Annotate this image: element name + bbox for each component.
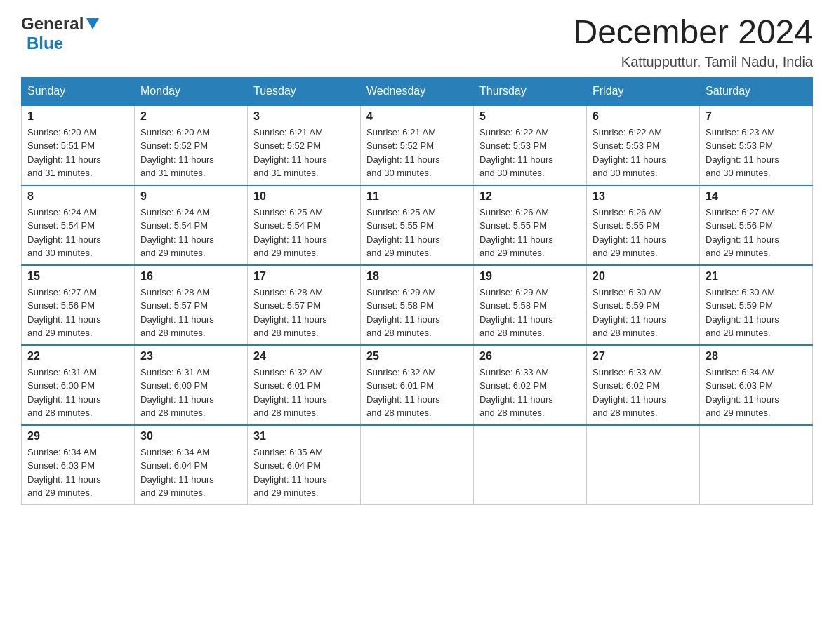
title-section: December 2024 Kattupputtur, Tamil Nadu, … — [573, 14, 813, 70]
day-info: Sunrise: 6:31 AMSunset: 6:00 PMDaylight:… — [27, 365, 128, 420]
day-info: Sunrise: 6:34 AMSunset: 6:04 PMDaylight:… — [140, 445, 241, 500]
col-monday: Monday — [135, 77, 248, 105]
day-number: 12 — [479, 190, 581, 203]
day-number: 16 — [140, 270, 241, 283]
table-row: 20 Sunrise: 6:30 AMSunset: 5:59 PMDaylig… — [587, 265, 700, 345]
table-row: 19 Sunrise: 6:29 AMSunset: 5:58 PMDaylig… — [474, 265, 587, 345]
table-row — [587, 425, 700, 505]
table-row: 28 Sunrise: 6:34 AMSunset: 6:03 PMDaylig… — [700, 345, 813, 425]
table-row — [361, 425, 474, 505]
table-row: 22 Sunrise: 6:31 AMSunset: 6:00 PMDaylig… — [22, 345, 135, 425]
day-number: 31 — [253, 430, 355, 443]
day-info: Sunrise: 6:25 AMSunset: 5:55 PMDaylight:… — [366, 206, 468, 260]
logo-triangle-icon — [85, 15, 100, 31]
table-row: 31 Sunrise: 6:35 AMSunset: 6:04 PMDaylig… — [248, 425, 361, 505]
day-info: Sunrise: 6:25 AMSunset: 5:54 PMDaylight:… — [253, 206, 355, 260]
table-row: 5 Sunrise: 6:22 AMSunset: 5:53 PMDayligh… — [474, 105, 587, 185]
day-number: 24 — [253, 350, 355, 363]
table-row: 15 Sunrise: 6:27 AMSunset: 5:56 PMDaylig… — [22, 265, 135, 345]
table-row: 13 Sunrise: 6:26 AMSunset: 5:55 PMDaylig… — [587, 185, 700, 265]
day-number: 9 — [140, 190, 241, 203]
table-row: 23 Sunrise: 6:31 AMSunset: 6:00 PMDaylig… — [135, 345, 248, 425]
calendar-table: Sunday Monday Tuesday Wednesday Thursday… — [21, 77, 813, 505]
day-number: 5 — [479, 110, 581, 123]
table-row: 29 Sunrise: 6:34 AMSunset: 6:03 PMDaylig… — [22, 425, 135, 505]
table-row: 27 Sunrise: 6:33 AMSunset: 6:02 PMDaylig… — [587, 345, 700, 425]
col-saturday: Saturday — [700, 77, 813, 105]
day-info: Sunrise: 6:35 AMSunset: 6:04 PMDaylight:… — [253, 445, 355, 500]
calendar-week-row: 15 Sunrise: 6:27 AMSunset: 5:56 PMDaylig… — [22, 265, 813, 345]
table-row: 21 Sunrise: 6:30 AMSunset: 5:59 PMDaylig… — [700, 265, 813, 345]
day-info: Sunrise: 6:20 AMSunset: 5:51 PMDaylight:… — [27, 126, 128, 180]
logo-blue-text: Blue — [27, 34, 63, 53]
day-info: Sunrise: 6:21 AMSunset: 5:52 PMDaylight:… — [253, 126, 355, 180]
day-info: Sunrise: 6:34 AMSunset: 6:03 PMDaylight:… — [27, 445, 128, 500]
day-number: 17 — [253, 270, 355, 283]
day-info: Sunrise: 6:23 AMSunset: 5:53 PMDaylight:… — [706, 126, 807, 180]
table-row: 26 Sunrise: 6:33 AMSunset: 6:02 PMDaylig… — [474, 345, 587, 425]
table-row: 16 Sunrise: 6:28 AMSunset: 5:57 PMDaylig… — [135, 265, 248, 345]
month-title: December 2024 — [573, 14, 813, 51]
day-number: 23 — [140, 350, 241, 363]
col-tuesday: Tuesday — [248, 77, 361, 105]
day-number: 10 — [253, 190, 355, 203]
location-label: Kattupputtur, Tamil Nadu, India — [573, 54, 813, 70]
day-info: Sunrise: 6:29 AMSunset: 5:58 PMDaylight:… — [366, 286, 468, 340]
table-row: 14 Sunrise: 6:27 AMSunset: 5:56 PMDaylig… — [700, 185, 813, 265]
day-info: Sunrise: 6:29 AMSunset: 5:58 PMDaylight:… — [479, 286, 581, 340]
day-info: Sunrise: 6:31 AMSunset: 6:00 PMDaylight:… — [140, 365, 241, 420]
calendar-week-row: 8 Sunrise: 6:24 AMSunset: 5:54 PMDayligh… — [22, 185, 813, 265]
calendar-header-row: Sunday Monday Tuesday Wednesday Thursday… — [22, 77, 813, 105]
day-info: Sunrise: 6:27 AMSunset: 5:56 PMDaylight:… — [706, 206, 807, 260]
table-row: 4 Sunrise: 6:21 AMSunset: 5:52 PMDayligh… — [361, 105, 474, 185]
day-number: 25 — [366, 350, 468, 363]
table-row: 2 Sunrise: 6:20 AMSunset: 5:52 PMDayligh… — [135, 105, 248, 185]
table-row: 1 Sunrise: 6:20 AMSunset: 5:51 PMDayligh… — [22, 105, 135, 185]
day-info: Sunrise: 6:32 AMSunset: 6:01 PMDaylight:… — [366, 365, 468, 420]
day-number: 28 — [706, 350, 807, 363]
day-number: 21 — [706, 270, 807, 283]
table-row: 7 Sunrise: 6:23 AMSunset: 5:53 PMDayligh… — [700, 105, 813, 185]
svg-marker-0 — [86, 18, 99, 29]
calendar-week-row: 22 Sunrise: 6:31 AMSunset: 6:00 PMDaylig… — [22, 345, 813, 425]
day-info: Sunrise: 6:32 AMSunset: 6:01 PMDaylight:… — [253, 365, 355, 420]
day-info: Sunrise: 6:27 AMSunset: 5:56 PMDaylight:… — [27, 286, 128, 340]
table-row — [700, 425, 813, 505]
day-number: 8 — [27, 190, 128, 203]
day-info: Sunrise: 6:22 AMSunset: 5:53 PMDaylight:… — [593, 126, 694, 180]
logo: General Blue — [21, 14, 100, 53]
day-number: 14 — [706, 190, 807, 203]
page-header: General Blue December 2024 Kattupputtur,… — [21, 14, 813, 70]
table-row: 8 Sunrise: 6:24 AMSunset: 5:54 PMDayligh… — [22, 185, 135, 265]
day-number: 1 — [27, 110, 128, 123]
day-number: 27 — [593, 350, 694, 363]
day-info: Sunrise: 6:22 AMSunset: 5:53 PMDaylight:… — [479, 126, 581, 180]
calendar-week-row: 29 Sunrise: 6:34 AMSunset: 6:03 PMDaylig… — [22, 425, 813, 505]
day-number: 20 — [593, 270, 694, 283]
day-number: 30 — [140, 430, 241, 443]
logo-general-text: General — [21, 14, 84, 34]
day-info: Sunrise: 6:21 AMSunset: 5:52 PMDaylight:… — [366, 126, 468, 180]
day-number: 15 — [27, 270, 128, 283]
day-number: 19 — [479, 270, 581, 283]
day-number: 18 — [366, 270, 468, 283]
day-number: 4 — [366, 110, 468, 123]
day-number: 22 — [27, 350, 128, 363]
table-row: 6 Sunrise: 6:22 AMSunset: 5:53 PMDayligh… — [587, 105, 700, 185]
col-thursday: Thursday — [474, 77, 587, 105]
day-number: 29 — [27, 430, 128, 443]
col-friday: Friday — [587, 77, 700, 105]
table-row: 3 Sunrise: 6:21 AMSunset: 5:52 PMDayligh… — [248, 105, 361, 185]
col-wednesday: Wednesday — [361, 77, 474, 105]
table-row: 11 Sunrise: 6:25 AMSunset: 5:55 PMDaylig… — [361, 185, 474, 265]
table-row: 18 Sunrise: 6:29 AMSunset: 5:58 PMDaylig… — [361, 265, 474, 345]
col-sunday: Sunday — [22, 77, 135, 105]
day-info: Sunrise: 6:24 AMSunset: 5:54 PMDaylight:… — [27, 206, 128, 260]
day-info: Sunrise: 6:28 AMSunset: 5:57 PMDaylight:… — [140, 286, 241, 340]
day-number: 26 — [479, 350, 581, 363]
calendar-week-row: 1 Sunrise: 6:20 AMSunset: 5:51 PMDayligh… — [22, 105, 813, 185]
day-info: Sunrise: 6:34 AMSunset: 6:03 PMDaylight:… — [706, 365, 807, 420]
table-row: 24 Sunrise: 6:32 AMSunset: 6:01 PMDaylig… — [248, 345, 361, 425]
day-info: Sunrise: 6:28 AMSunset: 5:57 PMDaylight:… — [253, 286, 355, 340]
table-row: 9 Sunrise: 6:24 AMSunset: 5:54 PMDayligh… — [135, 185, 248, 265]
